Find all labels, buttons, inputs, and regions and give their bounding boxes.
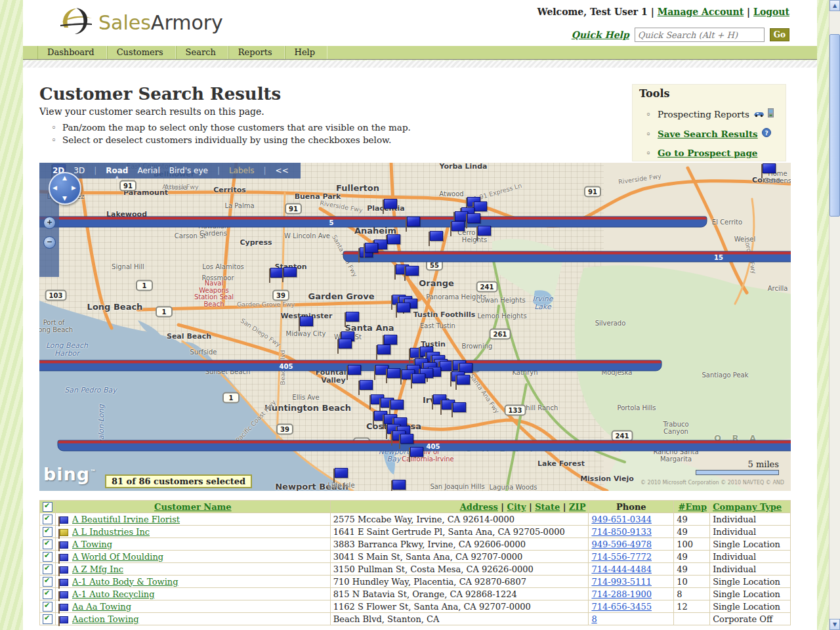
row-checkbox[interactable]	[43, 564, 52, 574]
sort-address-link[interactable]: Address	[460, 502, 498, 512]
row-checkbox[interactable]	[43, 527, 52, 537]
sort-emp-link[interactable]: #Emp	[678, 502, 707, 512]
sort-city-link[interactable]: City	[507, 502, 526, 512]
row-checkbox[interactable]	[43, 614, 52, 624]
sort-company-type-link[interactable]: Company Type	[713, 502, 782, 512]
map[interactable]: Long BeachAnaheimGarden GroveSanta AnaHu…	[39, 163, 791, 491]
quick-help-link[interactable]: Quick Help	[572, 30, 629, 40]
pan-right-icon[interactable]: ▶	[72, 184, 76, 191]
customer-name-link[interactable]: Aaction Towing	[72, 614, 139, 624]
row-checkbox[interactable]	[43, 602, 52, 612]
customer-map-pin[interactable]	[392, 480, 406, 490]
customer-map-pin[interactable]	[406, 266, 419, 276]
scroll-up-icon[interactable]: ▲	[830, 0, 840, 11]
customer-map-pin[interactable]	[300, 316, 313, 326]
row-checkbox[interactable]	[43, 514, 52, 524]
customer-name-link[interactable]: A-1 Auto Body & Towing	[72, 577, 178, 587]
customer-name-link[interactable]: A World Of Moulding	[72, 552, 163, 562]
customer-map-pin[interactable]	[284, 267, 297, 277]
pan-left-icon[interactable]: ◀	[52, 184, 57, 191]
map-toolbar-3d[interactable]: 3D	[74, 166, 85, 175]
nav-tab-reports[interactable]: Reports	[228, 46, 285, 59]
logout-link[interactable]: Logout	[753, 7, 789, 17]
go-button[interactable]: Go	[770, 28, 789, 41]
customer-name-link[interactable]: A L Industries Inc	[72, 527, 150, 537]
row-checkbox[interactable]	[43, 552, 52, 562]
row-checkbox[interactable]	[43, 539, 52, 549]
flag-icon	[60, 591, 68, 598]
scrollbar-thumb[interactable]	[830, 34, 840, 217]
customer-map-pin[interactable]	[346, 312, 359, 322]
tools-link-prospecting-reports[interactable]: Prospecting Reports	[658, 109, 749, 119]
map-toolbar-aerial[interactable]: Aerial	[137, 166, 159, 175]
tools-link-go-to-prospect-page[interactable]: Go to Prospect page	[658, 148, 757, 158]
phone-link[interactable]: 714-993-5111	[591, 577, 652, 587]
row-checkbox[interactable]	[43, 589, 52, 599]
map-toolbar-[interactable]: <<	[276, 166, 289, 175]
pan-down-icon[interactable]: ▼	[62, 195, 67, 201]
tools-title: Tools	[639, 87, 786, 100]
customer-map-pin[interactable]	[397, 303, 410, 312]
row-checkbox[interactable]	[43, 577, 52, 587]
customer-map-pin[interactable]	[339, 339, 352, 348]
customer-map-pin[interactable]	[270, 268, 284, 278]
customer-map-pin[interactable]	[452, 221, 465, 231]
quick-search-input[interactable]	[635, 28, 765, 42]
map-pan-compass[interactable]: ▲ ▼ ◀ ▶	[49, 172, 81, 205]
customer-map-pin[interactable]	[335, 468, 348, 478]
customer-map-pin[interactable]	[430, 231, 443, 241]
tools-link-save-search-results[interactable]: Save Search Results	[658, 129, 758, 139]
nav-tab-dashboard[interactable]: Dashboard	[37, 46, 107, 59]
customer-map-pin[interactable]	[478, 226, 491, 236]
row-emp-cell: 49	[674, 551, 710, 563]
nav-tab-help[interactable]: Help	[285, 46, 328, 59]
sort-customer-name-link[interactable]: Customer Name	[154, 502, 232, 512]
customer-map-pin[interactable]	[377, 345, 390, 354]
customer-name-link[interactable]: A Beautiful Irvine Florist	[72, 514, 180, 524]
customer-map-pin[interactable]	[360, 380, 373, 390]
phone-link[interactable]: 714-444-4484	[591, 564, 652, 574]
customer-map-pin[interactable]	[474, 201, 487, 211]
customer-map-pin[interactable]	[365, 243, 378, 253]
customer-name-link[interactable]: A Towing	[72, 539, 112, 549]
customer-map-pin[interactable]	[387, 368, 400, 378]
scroll-down-icon[interactable]: ▼	[830, 619, 840, 630]
customer-map-pin[interactable]	[407, 217, 420, 226]
zoom-in-button[interactable]: +	[43, 217, 56, 229]
phone-link[interactable]: 949-651-0344	[591, 514, 652, 524]
customer-map-pin[interactable]	[348, 365, 361, 375]
customer-name-link[interactable]: A Z Mfg Inc	[72, 564, 123, 574]
phone-link[interactable]: 714-656-3455	[591, 602, 652, 612]
customer-map-pin[interactable]	[467, 213, 480, 223]
vertical-scrollbar[interactable]: ▲ ▼	[829, 0, 840, 630]
customer-map-pin[interactable]	[400, 434, 413, 444]
map-toolbar-road[interactable]: Road	[106, 166, 128, 175]
phone-link[interactable]: 714-850-9133	[591, 527, 652, 537]
customer-map-pin[interactable]	[440, 361, 453, 371]
customer-map-pin[interactable]	[412, 373, 425, 383]
help-icon[interactable]: ?	[762, 128, 771, 139]
customer-map-pin[interactable]	[453, 402, 466, 412]
phone-link[interactable]: 714-556-7772	[591, 552, 652, 562]
customer-map-pin[interactable]	[457, 375, 470, 385]
customer-name-link[interactable]: A-1 Auto Recycling	[72, 589, 155, 599]
customer-map-pin[interactable]	[384, 335, 397, 345]
nav-tab-customers[interactable]: Customers	[107, 46, 176, 59]
nav-tab-search[interactable]: Search	[176, 46, 228, 59]
customer-map-pin[interactable]	[384, 199, 397, 209]
manage-account-link[interactable]: Manage Account	[658, 7, 744, 17]
customer-map-pin[interactable]	[390, 400, 404, 410]
customer-name-link[interactable]: Aa Aa Towing	[72, 602, 131, 612]
zoom-out-button[interactable]: −	[43, 236, 56, 249]
select-all-checkbox[interactable]	[43, 502, 52, 512]
customer-map-pin[interactable]	[387, 234, 400, 244]
sort-zip-link[interactable]: ZIP	[569, 502, 585, 512]
customer-map-pin[interactable]	[763, 163, 776, 173]
phone-link[interactable]: 714-288-1900	[591, 589, 652, 599]
phone-link[interactable]: 8	[591, 614, 597, 624]
map-toolbar-bird-s-eye[interactable]: Bird's eye	[169, 166, 208, 175]
customer-map-pin[interactable]	[410, 447, 423, 457]
pan-up-icon[interactable]: ▲	[62, 175, 67, 181]
sort-state-link[interactable]: State	[535, 502, 560, 512]
phone-link[interactable]: 949-596-4978	[591, 539, 652, 549]
